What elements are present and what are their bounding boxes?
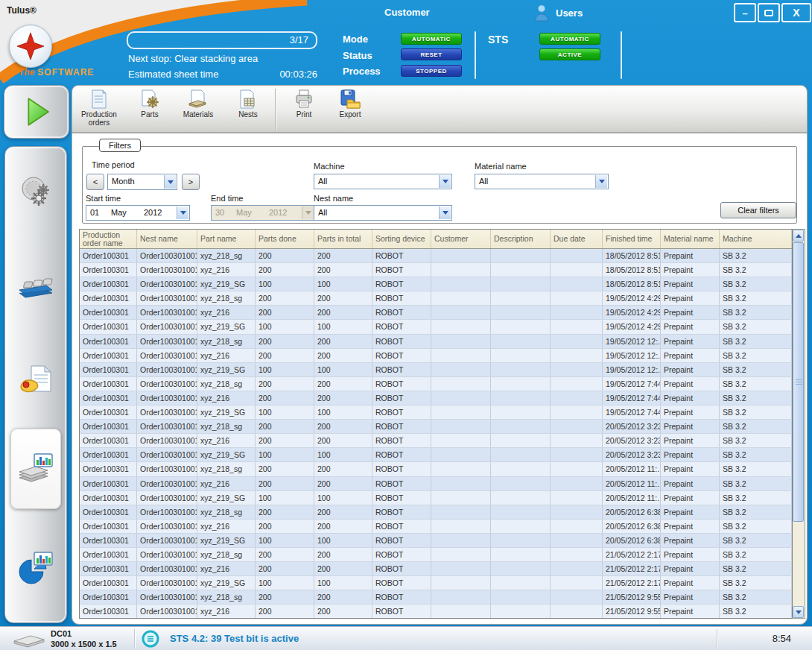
table-cell: 200 — [256, 349, 314, 362]
column-header[interactable]: Part name — [197, 230, 256, 248]
column-header[interactable]: Sorting device — [372, 230, 431, 248]
table-cell — [431, 420, 491, 433]
table-row[interactable]: Order100301Order100301001xyz_219_SG10010… — [80, 406, 792, 420]
table-cell: ROBOT — [372, 391, 431, 405]
table-cell: ROBOT — [372, 306, 431, 319]
materials-button[interactable]: Materials — [174, 89, 223, 130]
table-row[interactable]: Order100301Order100301001xyz_219_SG10010… — [80, 363, 792, 377]
sidebar-start-button[interactable] — [4, 85, 69, 139]
table-cell: xyz_218_sg — [197, 462, 256, 476]
sidebar-item-statistics[interactable] — [16, 551, 55, 590]
scrollbar-thumb[interactable] — [793, 242, 804, 522]
table-cell: ROBOT — [372, 277, 431, 291]
table-cell — [551, 249, 603, 262]
table-row[interactable]: Order100301Order100301001xyz_219_SG10010… — [80, 491, 792, 505]
table-cell: ROBOT — [372, 534, 431, 547]
table-row[interactable]: Order100301Order100301001xyz_218_sg20020… — [80, 335, 792, 349]
table-row[interactable]: Order100301Order100301001xyz_218_sg20020… — [80, 505, 792, 520]
table-row[interactable]: Order100301Order100301001xyz_216200200RO… — [80, 605, 792, 619]
period-next-button[interactable]: > — [182, 174, 200, 190]
table-row[interactable]: Order100301Order100301001xyz_216200200RO… — [80, 263, 792, 277]
table-row[interactable]: Order100301Order100301001xyz_219_SG10010… — [80, 448, 792, 462]
table-cell: Prepaint — [661, 391, 720, 405]
table-cell: 200 — [314, 291, 372, 305]
table-row[interactable]: Order100301Order100301001xyz_219_SG10010… — [80, 320, 792, 334]
table-cell: xyz_219_SG — [197, 448, 256, 461]
period-prev-button[interactable]: < — [86, 174, 104, 190]
machine-id: DC01 — [51, 628, 117, 639]
sts-label: STS — [488, 34, 508, 45]
header: Tulus® TheSOFTWARE 3/17 Next stop: Clear… — [0, 0, 812, 83]
minimize-button[interactable]: – — [734, 3, 756, 22]
print-button[interactable]: Print — [279, 89, 329, 130]
column-header[interactable]: Material name — [661, 230, 720, 248]
clear-filters-button[interactable]: Clear filters — [720, 202, 796, 218]
table-cell — [551, 434, 603, 447]
nest-name-select[interactable]: All — [314, 205, 452, 221]
table-row[interactable]: Order100301Order100301001xyz_216200200RO… — [80, 306, 792, 320]
table-cell: xyz_219_SG — [197, 277, 256, 291]
sidebar-item-manual-sorting[interactable] — [19, 365, 52, 402]
table-row[interactable]: Order100301Order100301001xyz_216200200RO… — [80, 391, 792, 406]
table-cell: 200 — [256, 520, 314, 533]
column-header[interactable]: Description — [491, 230, 551, 248]
table-row[interactable]: Order100301Order100301001xyz_218_sg20020… — [80, 291, 792, 306]
column-header[interactable]: Due date — [551, 230, 603, 248]
time-period-label: Time period — [92, 160, 135, 169]
table-row[interactable]: Order100301Order100301001xyz_218_sg20020… — [80, 462, 792, 476]
time-period-select[interactable]: Month — [107, 174, 177, 190]
nests-button[interactable]: Nests — [223, 89, 273, 130]
export-button[interactable]: Export — [326, 89, 375, 130]
column-header[interactable]: Nest name — [137, 230, 197, 248]
material-name-select[interactable]: All — [475, 174, 609, 189]
clock: 8:54 — [773, 627, 791, 650]
column-header[interactable]: Finished time — [603, 230, 661, 248]
table-cell: 100 — [314, 491, 372, 505]
table-cell — [431, 263, 491, 277]
scroll-down-button[interactable] — [793, 606, 804, 618]
start-time-select[interactable]: 01 May 2012 — [86, 205, 190, 221]
sidebar-item-machine-table[interactable] — [16, 272, 55, 302]
maximize-icon — [764, 10, 773, 16]
table-row[interactable]: Order100301Order100301001xyz_218_sg20020… — [80, 249, 792, 263]
table-row[interactable]: Order100301Order100301001xyz_219_SG10010… — [80, 277, 792, 291]
table-row[interactable]: Order100301Order100301001xyz_216200200RO… — [80, 434, 792, 448]
table-row[interactable]: Order100301Order100301001xyz_216200200RO… — [80, 349, 792, 363]
column-header[interactable]: Customer — [431, 230, 491, 248]
table-row[interactable]: Order100301Order100301001xyz_216200200RO… — [80, 477, 792, 491]
table-cell: 200 — [314, 249, 372, 262]
table-cell: 200 — [314, 391, 372, 405]
table-cell: ROBOT — [372, 448, 431, 461]
table-cell: Order100301 — [80, 520, 137, 533]
vertical-scrollbar[interactable] — [793, 229, 805, 619]
table-cell: 200 — [314, 462, 372, 476]
table-row[interactable]: Order100301Order100301001xyz_216200200RO… — [80, 520, 792, 534]
parts-button[interactable]: Parts — [125, 89, 174, 130]
table-row[interactable]: Order100301Order100301001xyz_216200200RO… — [80, 562, 792, 576]
table-cell: xyz_216 — [197, 562, 256, 575]
table-cell: 20/05/2012 6:38 — [603, 505, 661, 519]
table-row[interactable]: Order100301Order100301001xyz_219_SG10010… — [80, 576, 792, 590]
table-row[interactable]: Order100301Order100301001xyz_218_sg20020… — [80, 590, 792, 605]
table-cell: xyz_216 — [197, 306, 256, 319]
column-header[interactable]: Parts done — [256, 230, 314, 248]
column-header[interactable]: Machine — [720, 230, 792, 248]
scroll-up-button[interactable] — [793, 230, 804, 242]
table-row[interactable]: Order100301Order100301001xyz_218_sg20020… — [80, 377, 792, 391]
column-header[interactable]: Parts in total — [314, 230, 372, 248]
table-row[interactable]: Order100301Order100301001xyz_218_sg20020… — [80, 420, 792, 434]
maximize-button[interactable] — [758, 3, 780, 22]
close-button[interactable]: X — [781, 3, 811, 22]
column-header[interactable]: Production order name — [80, 230, 137, 248]
table-cell: Prepaint — [661, 477, 720, 490]
machine-select[interactable]: All — [314, 174, 452, 189]
sidebar-item-production-reports[interactable] — [10, 429, 61, 509]
production-orders-button[interactable]: Production orders — [74, 89, 124, 130]
table-row[interactable]: Order100301Order100301001xyz_219_SG10010… — [80, 534, 792, 548]
table-cell: Order100301 — [80, 377, 137, 391]
table-cell — [551, 520, 603, 533]
table-cell — [431, 448, 491, 461]
sidebar-item-tooling[interactable] — [19, 174, 53, 211]
table-row[interactable]: Order100301Order100301001xyz_218_sg20020… — [80, 548, 792, 562]
users-area[interactable]: Users — [533, 4, 583, 22]
